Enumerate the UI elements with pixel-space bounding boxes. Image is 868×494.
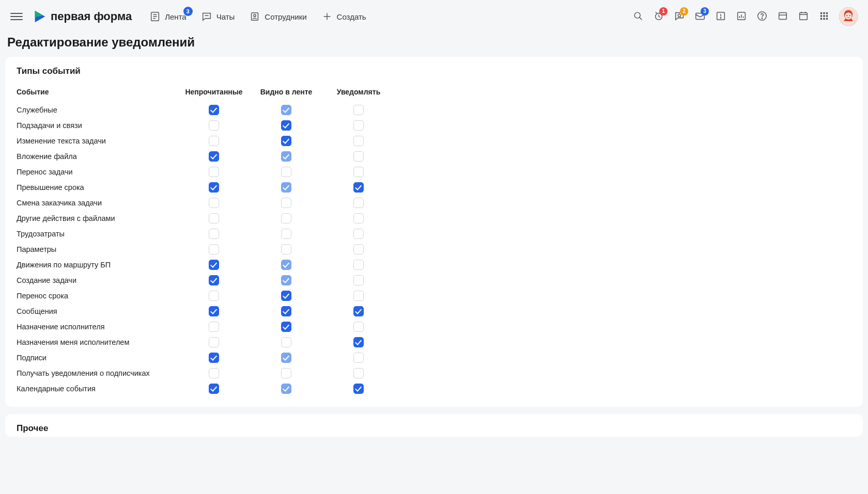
event-label: Движения по маршруту БП xyxy=(17,257,182,273)
help-button[interactable] xyxy=(756,10,768,23)
checkbox[interactable] xyxy=(209,275,219,285)
checkbox[interactable] xyxy=(353,244,364,254)
table-row: Календарные события xyxy=(17,381,399,396)
nav-employees[interactable]: Сотрудники xyxy=(249,11,306,22)
employees-icon xyxy=(249,11,260,22)
checkbox[interactable] xyxy=(281,337,291,347)
checkbox[interactable] xyxy=(281,213,291,224)
checkbox[interactable] xyxy=(353,275,364,285)
cell-unread xyxy=(182,288,254,304)
inbox-button[interactable]: 3 xyxy=(694,10,706,23)
menu-toggle[interactable] xyxy=(10,10,23,23)
checkbox[interactable] xyxy=(353,167,364,177)
checkbox[interactable] xyxy=(353,260,364,270)
reminders-button[interactable]: 1 xyxy=(653,10,664,23)
checkbox[interactable] xyxy=(353,136,364,146)
apps-button[interactable] xyxy=(818,10,830,23)
checkbox[interactable] xyxy=(281,260,291,270)
help-icon xyxy=(756,10,768,22)
checkbox[interactable] xyxy=(281,384,291,394)
cell-visible xyxy=(254,288,327,304)
search-button[interactable] xyxy=(632,10,644,23)
table-row: Параметры xyxy=(17,242,399,257)
checkbox[interactable] xyxy=(209,337,219,347)
checkbox[interactable] xyxy=(209,229,219,239)
checkbox[interactable] xyxy=(209,198,219,208)
checkbox[interactable] xyxy=(209,353,219,363)
cell-notify xyxy=(327,242,399,257)
checkbox[interactable] xyxy=(281,244,291,254)
checkbox[interactable] xyxy=(353,229,364,239)
checkbox[interactable] xyxy=(353,337,364,347)
checkbox[interactable] xyxy=(209,291,219,301)
grid-icon xyxy=(818,10,830,22)
checkbox[interactable] xyxy=(281,306,291,316)
cell-notify xyxy=(327,195,399,211)
checkbox[interactable] xyxy=(209,244,219,254)
checkbox[interactable] xyxy=(209,136,219,146)
checkbox[interactable] xyxy=(353,291,364,301)
checkbox[interactable] xyxy=(281,120,291,131)
checkbox[interactable] xyxy=(281,151,291,162)
cell-unread xyxy=(182,226,254,242)
checkbox[interactable] xyxy=(281,136,291,146)
alerts-button[interactable] xyxy=(715,10,726,23)
reports-button[interactable] xyxy=(736,10,747,23)
checkbox[interactable] xyxy=(353,353,364,363)
nav-feed[interactable]: Лента 3 xyxy=(149,11,187,22)
other-card: Прочее xyxy=(5,414,863,437)
checkbox[interactable] xyxy=(281,291,291,301)
checkbox[interactable] xyxy=(353,306,364,316)
brand-logo[interactable]: первая форма xyxy=(32,9,132,24)
checkbox[interactable] xyxy=(209,322,219,332)
checkbox[interactable] xyxy=(353,151,364,162)
search-icon xyxy=(632,10,644,22)
checkbox[interactable] xyxy=(209,151,219,162)
table-row: Другие действия с файлами xyxy=(17,211,399,226)
favorites-button[interactable]: 2 xyxy=(674,10,685,23)
event-label: Получать уведомления о подписчиках xyxy=(17,365,182,381)
checkbox[interactable] xyxy=(209,120,219,131)
checkbox[interactable] xyxy=(353,368,364,378)
checkbox[interactable] xyxy=(281,167,291,177)
checkbox[interactable] xyxy=(353,198,364,208)
cell-visible xyxy=(254,195,327,211)
panel-button[interactable] xyxy=(777,10,788,23)
cell-visible xyxy=(254,164,327,180)
checkbox[interactable] xyxy=(209,213,219,224)
checkbox[interactable] xyxy=(353,213,364,224)
checkbox[interactable] xyxy=(353,322,364,332)
svg-point-46 xyxy=(849,15,850,16)
checkbox[interactable] xyxy=(209,105,219,115)
checkbox[interactable] xyxy=(209,260,219,270)
cell-notify xyxy=(327,334,399,350)
nav-create[interactable]: Создать xyxy=(321,11,366,22)
checkbox[interactable] xyxy=(209,182,219,193)
checkbox[interactable] xyxy=(281,275,291,285)
checkbox[interactable] xyxy=(209,167,219,177)
event-label: Параметры xyxy=(17,242,182,257)
user-avatar[interactable] xyxy=(839,7,858,26)
checkbox[interactable] xyxy=(281,229,291,239)
checkbox[interactable] xyxy=(281,182,291,193)
reminders-badge: 1 xyxy=(659,7,668,15)
calendar-button[interactable] xyxy=(798,10,809,23)
svg-point-44 xyxy=(845,12,852,19)
checkbox[interactable] xyxy=(353,182,364,193)
checkbox[interactable] xyxy=(353,384,364,394)
checkbox[interactable] xyxy=(281,353,291,363)
nav-chats[interactable]: Чаты xyxy=(201,11,235,22)
event-label: Назначения меня исполнителем xyxy=(17,334,182,350)
checkbox[interactable] xyxy=(209,306,219,316)
checkbox[interactable] xyxy=(353,120,364,131)
checkbox[interactable] xyxy=(281,105,291,115)
checkbox[interactable] xyxy=(281,322,291,332)
checkbox[interactable] xyxy=(281,368,291,378)
checkbox[interactable] xyxy=(209,368,219,378)
event-label: Изменение текста задачи xyxy=(17,133,182,149)
event-label: Подписи xyxy=(17,350,182,365)
checkbox[interactable] xyxy=(353,105,364,115)
checkbox[interactable] xyxy=(209,384,219,394)
cell-notify xyxy=(327,273,399,288)
checkbox[interactable] xyxy=(281,198,291,208)
